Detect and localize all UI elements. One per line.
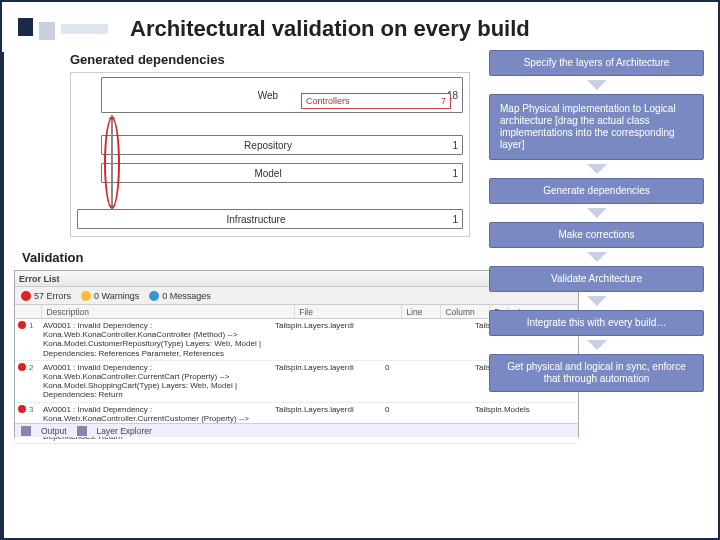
layer-controllers-label: Controllers [306,96,350,106]
flow-arrow-icon [587,252,607,262]
row-number: 2 [29,363,43,400]
error-icon [21,291,31,301]
layer-repository: Repository 1 [101,135,463,155]
flow-step: Generate dependencies [489,178,704,204]
layer-diagram: Web 18 Controllers 7 Repository 1 Model … [70,72,470,237]
footer-output-tab[interactable]: Output [41,426,67,436]
layer-model: Model 1 [101,163,463,183]
filter-errors[interactable]: 57 Errors [21,291,71,301]
error-icon [15,321,29,358]
page-title: Architectural validation on every build [130,16,530,42]
layer-repository-count: 1 [434,140,462,151]
slide-left-edge [0,52,4,538]
row-column [425,363,475,400]
col-line[interactable]: Line [402,305,441,318]
layer-infrastructure: Infrastructure 1 [77,209,463,229]
layer-explorer-icon [77,426,87,436]
error-icon [15,363,29,400]
layer-model-label: Model [102,168,434,179]
flow-step: Integrate this with every build… [489,310,704,336]
flow-arrow-icon [587,80,607,90]
flow-arrow-icon [587,296,607,306]
flow-step: Map Physical implementation to Logical a… [489,94,704,160]
errorlist-footer: Output Layer Explorer [15,423,578,437]
row-description: AV0001 : Invalid Dependency : Kona.Web.K… [43,321,275,358]
layer-controllers: Controllers 7 [301,93,451,109]
footer-layer-explorer-tab[interactable]: Layer Explorer [97,426,152,436]
process-flowchart: Specify the layers of ArchitectureMap Ph… [489,50,704,392]
filter-messages[interactable]: 0 Messages [149,291,211,301]
slide-corner-decor [18,18,108,40]
layer-repository-label: Repository [102,140,434,151]
errorlist-title: Error List [19,274,60,284]
section-validation: Validation [22,250,83,265]
col-column[interactable]: Column [441,305,490,318]
layer-model-count: 1 [434,168,462,179]
col-description[interactable]: Description [42,305,295,318]
col-file[interactable]: File [295,305,402,318]
row-number: 1 [29,321,43,358]
layer-infrastructure-label: Infrastructure [78,214,434,225]
flow-step: Make corrections [489,222,704,248]
flow-step: Specify the layers of Architecture [489,50,704,76]
highlight-oval [104,117,120,209]
flow-arrow-icon [587,340,607,350]
row-column [425,321,475,358]
flow-step: Get physical and logical in sync, enforc… [489,354,704,392]
layer-controllers-count: 7 [441,96,446,106]
flow-step: Validate Architecture [489,266,704,292]
row-file: Tailspin.Layers.layerdi [275,363,385,400]
filter-warnings[interactable]: 0 Warnings [81,291,139,301]
flow-arrow-icon [587,208,607,218]
output-icon [21,426,31,436]
info-icon [149,291,159,301]
layer-infrastructure-count: 1 [434,214,462,225]
row-line [385,321,425,358]
row-line: 0 [385,363,425,400]
section-generated-deps: Generated dependencies [70,52,225,67]
row-description: AV0001 : Invalid Dependency : Kona.Web.K… [43,363,275,400]
row-file: Tailspin.Layers.layerdi [275,321,385,358]
flow-arrow-icon [587,164,607,174]
warning-icon [81,291,91,301]
